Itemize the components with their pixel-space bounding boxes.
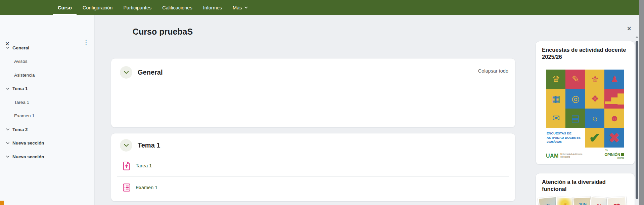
activity-divider bbox=[117, 176, 509, 177]
org-chart-icon: ♟ bbox=[604, 70, 624, 89]
index-item-label: Tarea 1 bbox=[14, 100, 29, 105]
drawing-content: ☀ bbox=[556, 197, 575, 205]
diversidad-photo-collage[interactable]: ≈≈ ☀ JUN ●▲ ♥★ bbox=[539, 197, 624, 205]
bar-chart-icon: ▂▅█ bbox=[604, 89, 624, 109]
chevron-down-icon[interactable] bbox=[6, 128, 9, 130]
block-diversidad: Atención a la diversidad funcional ≈≈ ☀ … bbox=[536, 173, 635, 205]
cross-mark-icon: ✖ bbox=[604, 128, 624, 148]
moodle-course-page: Curso Configuración Participantes Califi… bbox=[0, 0, 644, 205]
block-title: Atención a la diversidad funcional bbox=[536, 173, 635, 193]
index-item-examen-1[interactable]: Examen 1 bbox=[0, 109, 95, 123]
scrollbar-up-arrow[interactable] bbox=[635, 36, 639, 38]
check-mark-icon: ✔ bbox=[585, 128, 604, 148]
notebook-icon: ▤ bbox=[565, 109, 585, 128]
index-item-general[interactable]: General bbox=[0, 41, 95, 55]
index-item-label: Avisos bbox=[14, 59, 28, 64]
chevron-down-icon bbox=[124, 144, 129, 147]
drawing-content: ♥★ bbox=[608, 197, 626, 205]
chevron-down-icon[interactable] bbox=[6, 142, 9, 144]
index-item-label: Nueva sección bbox=[12, 140, 44, 146]
uam-sub-line: Universidad Autónoma bbox=[560, 153, 582, 155]
index-item-label: Tema 2 bbox=[12, 127, 28, 132]
section-title[interactable]: Tema 1 bbox=[138, 141, 160, 149]
collapse-section-button[interactable] bbox=[120, 139, 132, 152]
section-card-general: General Colapsar todo Avisos Asistencia bbox=[111, 58, 515, 128]
uam-logo-text: Universidad Autónoma de Madrid bbox=[560, 153, 582, 159]
index-item-tarea-1[interactable]: Tarea 1 bbox=[0, 95, 95, 109]
opinion-tu: Tu bbox=[605, 149, 624, 152]
tab-mas-label: Más bbox=[233, 5, 242, 10]
assignment-icon bbox=[122, 161, 131, 170]
chevron-down-icon[interactable] bbox=[6, 47, 9, 49]
activity-link-examen-1[interactable]: Examen 1 bbox=[136, 185, 157, 190]
activity-row-examen-1: Examen 1 bbox=[122, 178, 508, 197]
opinion-sub: cuenta bbox=[605, 157, 624, 159]
index-item-nueva-seccion-2[interactable]: Nueva sección bbox=[0, 150, 95, 164]
activity-row-tarea-1: Tarea 1 bbox=[122, 156, 508, 175]
encuestas-poster-image[interactable]: ♛ ✎ ⚜ ♟ ▦ ◎ ❖ ▂▅█ ✉ ▤ ☼ ☻ ENCUESTAS DE A… bbox=[546, 70, 624, 159]
section-title[interactable]: General bbox=[138, 69, 163, 76]
window-edge-strip bbox=[639, 0, 644, 205]
activity-link-tarea-1[interactable]: Tarea 1 bbox=[136, 163, 152, 168]
tab-participantes[interactable]: Participantes bbox=[119, 0, 156, 15]
close-blocks-drawer-icon[interactable]: × bbox=[627, 25, 631, 33]
page-title: Curso pruebaS bbox=[133, 27, 193, 37]
block-encuestas: Encuestas de actividad docente 2025/26 ♛… bbox=[536, 41, 635, 165]
index-item-asistencia[interactable]: Asistencia bbox=[0, 68, 95, 82]
tab-mas[interactable]: Más bbox=[228, 0, 252, 15]
opinion-logo: Tu OPINIÓN cuenta bbox=[605, 149, 624, 159]
section-header: Tema 1 bbox=[120, 139, 160, 152]
opinion-main: OPINIÓN bbox=[605, 153, 620, 157]
section-header: General bbox=[120, 66, 163, 79]
chevron-down-icon bbox=[124, 71, 129, 74]
envelope-icon: ✉ bbox=[546, 109, 565, 128]
tab-informes[interactable]: Informes bbox=[198, 0, 227, 15]
corner-widget-fragment bbox=[0, 201, 4, 205]
course-index-tree: General Avisos Asistencia Tema 1 Tarea 1… bbox=[0, 41, 95, 164]
block-title: Encuestas de actividad docente 2025/26 bbox=[536, 41, 635, 60]
chevron-down-icon[interactable] bbox=[6, 88, 9, 90]
index-item-label: Examen 1 bbox=[14, 113, 35, 118]
poster-logo-row: UAM Universidad Autónoma de Madrid Tu OP… bbox=[546, 150, 624, 159]
course-index-drawer: × ⋮ General Avisos Asistencia Tema 1 Tar… bbox=[0, 15, 95, 205]
course-navbar: Curso Configuración Participantes Califi… bbox=[0, 0, 639, 15]
mouse-pencil-icon: ✎ bbox=[565, 70, 585, 89]
lightbulb-icon: ☼ bbox=[585, 109, 604, 128]
uam-sub-line: de Madrid bbox=[560, 156, 570, 158]
poster-caption: ENCUESTAS DE ACTIVIDAD DOCENTE 2025/2026 bbox=[546, 128, 585, 148]
diploma-icon: ⚜ bbox=[585, 70, 604, 89]
drawing-content: JUN bbox=[573, 198, 592, 205]
index-item-nueva-seccion-1[interactable]: Nueva sección bbox=[0, 136, 95, 150]
tab-curso[interactable]: Curso bbox=[53, 0, 77, 15]
poster-grid: ♛ ✎ ⚜ ♟ ▦ ◎ ❖ ▂▅█ ✉ ▤ ☼ ☻ ENCUESTAS DE A… bbox=[546, 70, 624, 148]
caption-line: ENCUESTAS DE bbox=[547, 131, 584, 135]
caption-line: 2025/2026 bbox=[547, 140, 584, 144]
caption-line: ACTIVIDAD DOCENTE bbox=[547, 136, 584, 140]
index-item-label: General bbox=[12, 45, 29, 50]
drawing-photo: ♥★ bbox=[606, 196, 627, 205]
section-card-tema-1: Tema 1 Tarea 1 Examen 1 bbox=[111, 133, 515, 202]
magnifier-icon: ◎ bbox=[565, 89, 585, 109]
chevron-down-icon bbox=[244, 6, 248, 9]
graduation-cap-icon: ♛ bbox=[546, 70, 565, 89]
chevron-down-icon[interactable] bbox=[6, 156, 9, 158]
layers-icon: ❖ bbox=[585, 89, 604, 109]
index-item-avisos[interactable]: Avisos bbox=[0, 55, 95, 69]
tab-calificaciones[interactable]: Calificaciones bbox=[157, 0, 197, 15]
quiz-icon bbox=[122, 183, 131, 192]
drawing-content: ≈≈ bbox=[539, 197, 558, 205]
tab-configuracion[interactable]: Configuración bbox=[78, 0, 117, 15]
collapse-all-link[interactable]: Colapsar todo bbox=[478, 68, 508, 74]
collapse-section-button[interactable] bbox=[120, 66, 132, 79]
uam-logo: UAM bbox=[546, 153, 559, 159]
index-item-label: Nueva sección bbox=[12, 154, 44, 159]
index-item-label: Tema 1 bbox=[12, 86, 28, 91]
easel-icon: ▦ bbox=[546, 89, 565, 109]
vertical-scrollbar[interactable] bbox=[636, 41, 638, 199]
index-item-tema-2[interactable]: Tema 2 bbox=[0, 123, 95, 136]
index-item-tema-1[interactable]: Tema 1 bbox=[0, 82, 95, 96]
index-item-label: Asistencia bbox=[14, 73, 35, 78]
opinion-box-icon bbox=[621, 153, 624, 156]
drawing-content: ●▲ bbox=[590, 197, 609, 205]
graduate-icon: ☻ bbox=[604, 109, 624, 128]
